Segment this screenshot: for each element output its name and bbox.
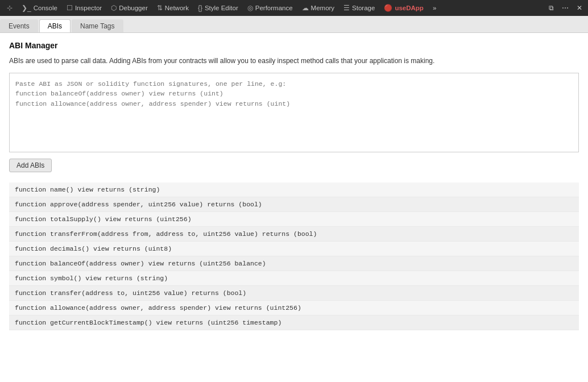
console-icon: ❯_	[22, 4, 31, 12]
toolbar-console[interactable]: ❯_ Console	[17, 0, 62, 16]
toolbar-network[interactable]: ⇅ Network	[152, 0, 193, 16]
tab-abis[interactable]: ABIs	[39, 19, 71, 32]
devtools-toolbar: ⊹ ❯_ Console ☐ Inspector ⬡ Debugger ⇅ Ne…	[0, 0, 588, 16]
dock-icon: ⧉	[549, 4, 554, 12]
toolbar-inspector[interactable]: ☐ Inspector	[62, 0, 106, 16]
usedapp-icon: 🔴	[384, 4, 392, 12]
memory-icon: ☁	[302, 4, 309, 12]
tab-name-tags[interactable]: Name Tags	[72, 19, 123, 32]
performance-label: Performance	[255, 5, 293, 11]
function-item: function allowance(address owner, addres…	[9, 301, 579, 315]
dock-button[interactable]: ⧉	[545, 0, 557, 16]
function-item: function balanceOf(address owner) view r…	[9, 256, 579, 271]
cursor-icon: ⊹	[7, 4, 13, 12]
function-item: function decimals() view returns (uint8)	[9, 242, 579, 256]
function-item: function approve(address spender, uint25…	[9, 197, 579, 212]
debugger-icon: ⬡	[111, 4, 117, 12]
style-editor-label: Style Editor	[205, 5, 238, 11]
function-item: function transfer(address to, uint256 va…	[9, 286, 579, 301]
function-item: function name() view returns (string)	[9, 182, 579, 197]
debugger-label: Debugger	[119, 5, 148, 11]
page-title: ABI Manager	[9, 41, 579, 50]
toolbar-usedapp[interactable]: 🔴 useDApp	[379, 0, 428, 16]
tabs-container: Events ABIs Name Tags	[0, 16, 588, 33]
main-content: ABI Manager ABIs are used to parse call …	[0, 33, 588, 382]
inspector-label: Inspector	[75, 5, 102, 11]
more-icon: »	[433, 5, 436, 11]
toolbar-storage[interactable]: ☰ Storage	[339, 0, 379, 16]
inspector-icon: ☐	[67, 4, 73, 12]
close-icon: ✕	[577, 4, 582, 12]
network-label: Network	[165, 5, 189, 11]
memory-label: Memory	[311, 5, 335, 11]
toolbar-more[interactable]: »	[428, 0, 441, 16]
close-button[interactable]: ✕	[573, 0, 586, 16]
network-icon: ⇅	[157, 4, 163, 12]
toolbar-debugger[interactable]: ⬡ Debugger	[106, 0, 152, 16]
tab-events-label: Events	[9, 22, 30, 30]
style-editor-icon: {}	[198, 4, 202, 12]
function-item: function symbol() view returns (string)	[9, 271, 579, 286]
function-item: function getCurrentBlockTimestamp() view…	[9, 315, 579, 330]
function-item: function totalSupply() view returns (uin…	[9, 212, 579, 227]
toolbar-performance[interactable]: ◎ Performance	[243, 0, 297, 16]
page-description: ABIs are used to parse call data. Adding…	[9, 56, 579, 66]
usedapp-label: useDApp	[395, 5, 423, 11]
storage-label: Storage	[352, 5, 375, 11]
function-list: function name() view returns (string)fun…	[9, 182, 579, 330]
tab-name-tags-label: Name Tags	[80, 22, 114, 30]
toolbar-memory[interactable]: ☁ Memory	[297, 0, 339, 16]
toolbar-right-controls: ⧉ ⋯ ✕	[545, 0, 586, 16]
tab-events[interactable]: Events	[0, 19, 38, 32]
tab-abis-label: ABIs	[48, 22, 62, 30]
abi-input[interactable]	[9, 73, 579, 152]
toolbar-cursor[interactable]: ⊹	[2, 0, 17, 16]
toolbar-style-editor[interactable]: {} Style Editor	[193, 0, 243, 16]
function-item: function transferFrom(address from, addr…	[9, 227, 579, 242]
add-abis-button[interactable]: Add ABIs	[9, 159, 52, 172]
options-icon: ⋯	[562, 4, 569, 12]
console-label: Console	[34, 5, 57, 11]
options-button[interactable]: ⋯	[558, 0, 572, 16]
storage-icon: ☰	[343, 4, 350, 12]
add-abis-label: Add ABIs	[16, 161, 44, 169]
performance-icon: ◎	[247, 4, 253, 12]
